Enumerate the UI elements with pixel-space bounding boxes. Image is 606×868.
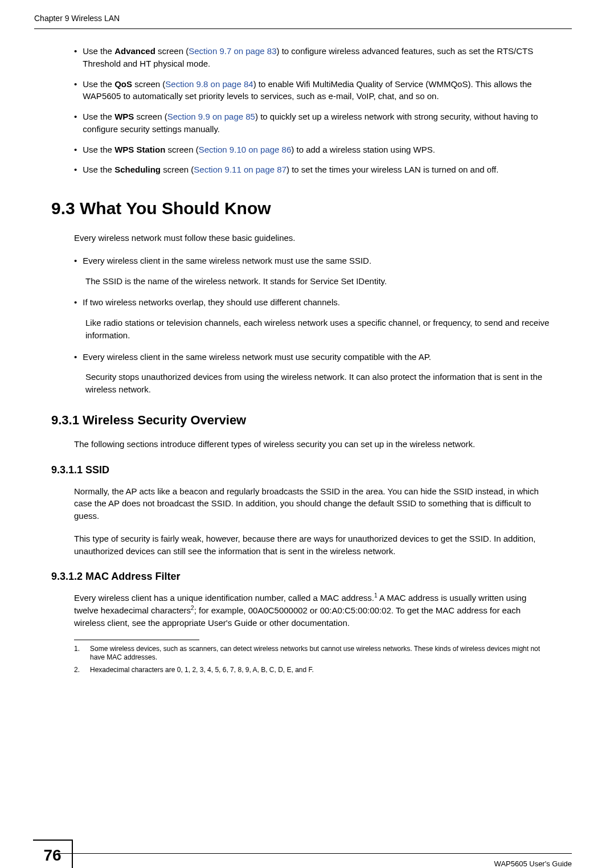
footnote-number: 1. [74, 645, 90, 662]
text: Use the [83, 79, 114, 89]
guideline-ssid-sub: The SSID is the name of the wireless net… [85, 275, 552, 288]
bold-label: Scheduling [114, 165, 161, 174]
bold-label: Advanced [114, 46, 155, 56]
footnote-2: 2. Hexadecimal characters are 0, 1, 2, 3… [74, 666, 552, 675]
text: screen ( [132, 79, 165, 89]
guideline-channels-sub: Like radio stations or television channe… [85, 317, 552, 342]
section-9-3-intro: Every wireless network must follow these… [74, 232, 552, 244]
bullet-dot-icon: • [74, 45, 77, 70]
xref-link[interactable]: Section 9.7 on page 83 [189, 46, 276, 56]
footnote-text: Hexadecimal characters are 0, 1, 2, 3, 4… [90, 666, 552, 675]
text: ) to set the times your wireless LAN is … [286, 165, 498, 174]
page-footer: 76 WAP5605 User's Guide [57, 853, 572, 868]
bullet-dot-icon: • [74, 144, 77, 156]
text: screen ( [165, 145, 198, 154]
footnote-rule [74, 640, 199, 640]
bullet-text: Use the WPS screen (Section 9.9 on page … [83, 110, 552, 136]
footnote-text: Some wireless devices, such as scanners,… [90, 645, 552, 662]
bullet-wps: • Use the WPS screen (Section 9.9 on pag… [74, 110, 552, 136]
guideline-text: Every wireless client in the same wirele… [83, 255, 552, 267]
bullet-text: Use the Advanced screen (Section 9.7 on … [83, 45, 552, 70]
mac-para: Every wireless client has a unique ident… [74, 592, 552, 629]
text: screen ( [134, 112, 167, 121]
bullet-dot-icon: • [74, 296, 77, 309]
footnote-1: 1. Some wireless devices, such as scanne… [74, 645, 552, 662]
bullet-dot-icon: • [74, 110, 77, 136]
xref-link[interactable]: Section 9.10 on page 86 [199, 145, 292, 154]
bullet-text: Use the QoS screen (Section 9.8 on page … [83, 78, 552, 103]
bullet-dot-icon: • [74, 163, 77, 176]
xref-link[interactable]: Section 9.8 on page 84 [165, 79, 253, 89]
bold-label: WPS Station [114, 145, 165, 154]
ssid-para-2: This type of security is fairly weak, ho… [74, 533, 552, 558]
bullet-text: Use the Scheduling screen (Section 9.11 … [83, 163, 552, 176]
xref-link[interactable]: Section 9.9 on page 85 [167, 112, 255, 121]
section-9-3-1-heading: 9.3.1 Wireless Security Overview [51, 413, 552, 428]
header-rule [34, 28, 572, 29]
guideline-text: Every wireless client in the same wirele… [83, 351, 552, 363]
section-9-3-heading: 9.3 What You Should Know [51, 199, 552, 218]
text: Use the [83, 165, 114, 174]
bold-label: QoS [114, 79, 132, 89]
text: Use the [83, 145, 114, 154]
guideline-security: • Every wireless client in the same wire… [74, 351, 552, 363]
guideline-ssid: • Every wireless client in the same wire… [74, 255, 552, 267]
text: screen ( [161, 165, 194, 174]
section-9-3-1-1-heading: 9.3.1.1 SSID [51, 464, 552, 476]
bullet-dot-icon: • [74, 78, 77, 103]
bold-label: WPS [114, 112, 134, 121]
text: Use the [83, 112, 114, 121]
section-9-3-1-2-heading: 9.3.1.2 MAC Address Filter [51, 571, 552, 583]
guide-title: WAP5605 User's Guide [494, 859, 572, 868]
section-9-3-1-para: The following sections introduce differe… [74, 438, 552, 451]
guideline-security-sub: Security stops unauthorized devices from… [85, 371, 552, 396]
footnote-number: 2. [74, 666, 90, 675]
guideline-channels: • If two wireless networks overlap, they… [74, 296, 552, 309]
guideline-text: If two wireless networks overlap, they s… [83, 296, 552, 309]
bullet-wps-station: • Use the WPS Station screen (Section 9.… [74, 144, 552, 156]
text: Use the [83, 46, 114, 56]
bullet-scheduling: • Use the Scheduling screen (Section 9.1… [74, 163, 552, 176]
bullet-dot-icon: • [74, 255, 77, 267]
bullet-dot-icon: • [74, 351, 77, 363]
text: ) to add a wireless station using WPS. [291, 145, 435, 154]
bullet-text: Use the WPS Station screen (Section 9.10… [83, 144, 552, 156]
text: screen ( [155, 46, 189, 56]
bullet-qos: • Use the QoS screen (Section 9.8 on pag… [74, 78, 552, 103]
text: Every wireless client has a unique ident… [74, 593, 374, 603]
chapter-label: Chapter 9 Wireless LAN [34, 14, 120, 23]
page-number: 76 [33, 840, 73, 868]
xref-link[interactable]: Section 9.11 on page 87 [194, 165, 286, 174]
bullet-advanced: • Use the Advanced screen (Section 9.7 o… [74, 45, 552, 70]
ssid-para-1: Normally, the AP acts like a beacon and … [74, 485, 552, 522]
